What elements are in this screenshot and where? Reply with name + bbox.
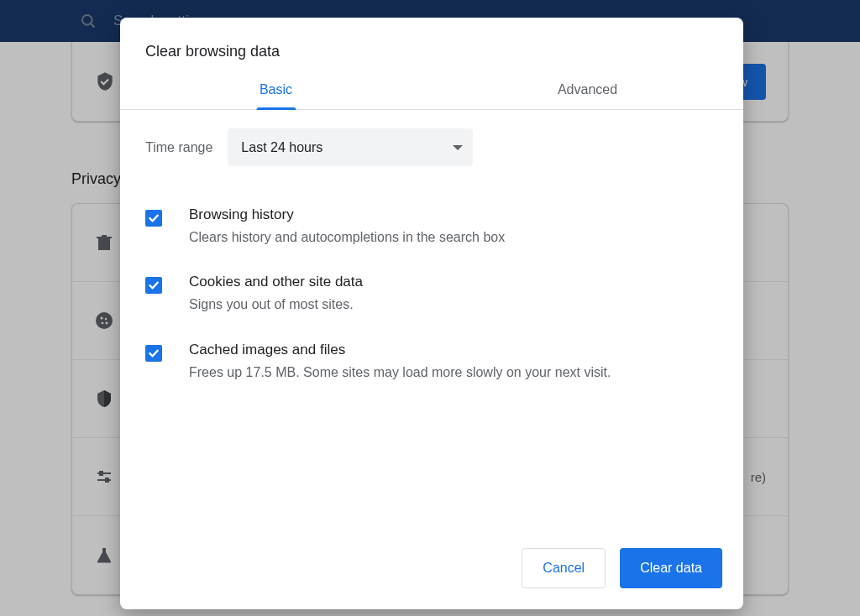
time-range-label: Time range: [145, 140, 212, 155]
time-range-value: Last 24 hours: [241, 140, 322, 155]
cancel-button[interactable]: Cancel: [522, 548, 606, 588]
dialog-footer: Cancel Clear data: [120, 548, 743, 609]
option-text: Cookies and other site data Signs you ou…: [189, 274, 363, 314]
dialog-tabs: Basic Advanced: [120, 76, 743, 110]
checkbox-cookies[interactable]: [145, 277, 162, 294]
option-text: Cached images and files Frees up 17.5 MB…: [189, 342, 611, 382]
dialog-body: Time range Last 24 hours Browsing histor…: [120, 110, 743, 548]
dialog-title: Clear browsing data: [120, 18, 743, 76]
option-desc: Frees up 17.5 MB. Some sites may load mo…: [189, 363, 611, 382]
checkbox-cached[interactable]: [145, 345, 162, 362]
option-text: Browsing history Clears history and auto…: [189, 206, 505, 247]
option-title: Browsing history: [189, 206, 505, 223]
chevron-down-icon: [453, 145, 463, 150]
option-cookies[interactable]: Cookies and other site data Signs you ou…: [145, 274, 718, 314]
option-desc: Clears history and autocompletions in th…: [189, 228, 505, 247]
option-browsing-history[interactable]: Browsing history Clears history and auto…: [145, 206, 718, 247]
time-range-row: Time range Last 24 hours: [145, 128, 718, 166]
option-title: Cookies and other site data: [189, 274, 363, 290]
time-range-select[interactable]: Last 24 hours: [228, 128, 473, 166]
checkbox-browsing-history[interactable]: [145, 210, 162, 227]
option-title: Cached images and files: [189, 342, 611, 358]
clear-browsing-data-dialog: Clear browsing data Basic Advanced Time …: [120, 18, 743, 609]
tab-basic[interactable]: Basic: [120, 76, 432, 109]
option-cached[interactable]: Cached images and files Frees up 17.5 MB…: [145, 342, 718, 382]
clear-data-button[interactable]: Clear data: [620, 548, 722, 588]
option-desc: Signs you out of most sites.: [189, 295, 363, 314]
tab-advanced[interactable]: Advanced: [432, 76, 743, 109]
